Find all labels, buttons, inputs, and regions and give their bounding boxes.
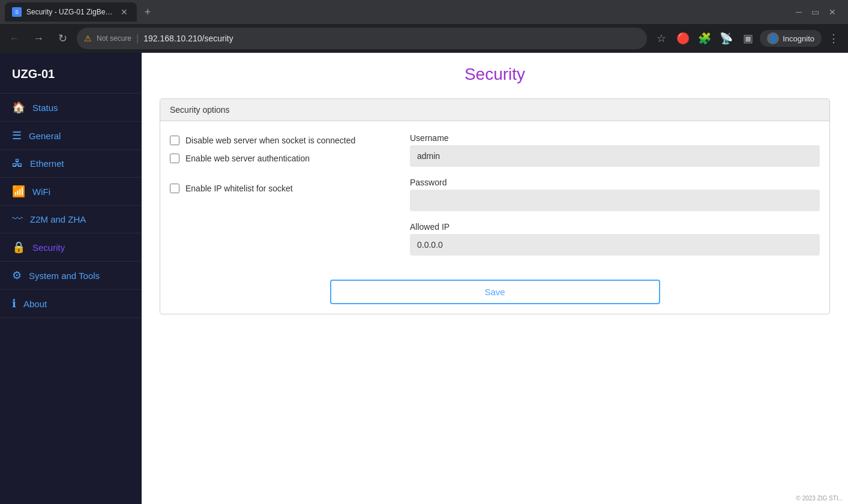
allowed-ip-input[interactable] [410,234,820,256]
panel-header: Security options [160,99,829,121]
sidebar-label-security: Security [32,242,65,253]
toolbar-icons: ☆ 🔴 🧩 📡 ▣ 👤 Incognito ⋮ [652,29,843,48]
info-icon: ℹ [12,297,16,310]
sidebar-item-status[interactable]: 🏠 Status [0,93,142,122]
z2m-icon: 〰 [12,213,23,226]
disable-webserver-label: Disable web server when socket is connec… [185,136,355,145]
tab-bar: S Security - UZG-01 ZigBee Ethern... ✕ +… [0,0,848,24]
app-layout: UZG-01 🏠 Status ☰ General 🖧 Ethernet 📶 W… [0,53,848,504]
cast-icon[interactable]: 📡 [717,29,736,48]
url-separator: | [136,33,139,44]
gear-icon: ⚙ [12,269,22,282]
sidebar-label-system-tools: System and Tools [29,271,100,281]
panel-footer: Save [160,272,829,314]
enable-auth-row: Enable web server authentication [170,154,386,163]
panel-body: Disable web server when socket is connec… [160,121,829,272]
page-title: Security [160,65,830,84]
active-tab[interactable]: S Security - UZG-01 ZigBee Ethern... ✕ [5,2,137,22]
sidebar-item-z2m-zha[interactable]: 〰 Z2M and ZHA [0,206,142,233]
username-field-group: Username [410,133,820,167]
address-bar: ← → ↻ ⚠ Not secure | 192.168.10.210/secu… [0,24,848,53]
sidebar-item-general[interactable]: ☰ General [0,122,142,150]
back-button[interactable]: ← [5,29,24,48]
enable-auth-label: Enable web server authentication [185,154,310,163]
minimize-button[interactable]: ─ [796,7,802,17]
address-field[interactable]: ⚠ Not secure | 192.168.10.210/security [77,28,647,49]
enable-ip-whitelist-checkbox[interactable] [170,184,179,193]
enable-ip-whitelist-label: Enable IP whitelist for socket [185,184,293,193]
sidebar-label-z2m-zha: Z2M and ZHA [30,214,86,224]
sidebar-label-general: General [29,131,61,141]
copyright-text: © 2023 ZIG STI... [796,495,843,502]
home-icon: 🏠 [12,101,25,114]
right-column: Username Password Allowed IP [410,133,820,260]
security-warning-icon: ⚠ [84,34,92,43]
tab-title: Security - UZG-01 ZigBee Ethern... [26,8,114,16]
browser-chrome: S Security - UZG-01 ZigBee Ethern... ✕ +… [0,0,848,53]
sidebar-item-ethernet[interactable]: 🖧 Ethernet [0,150,142,178]
sidebar-label-ethernet: Ethernet [30,158,64,169]
password-input[interactable] [410,190,820,211]
disable-webserver-row: Disable web server when socket is connec… [170,136,386,145]
allowed-ip-field-group: Allowed IP [410,222,820,256]
split-screen-icon[interactable]: ▣ [738,29,757,48]
sidebar-item-security[interactable]: 🔒 Security [0,233,142,262]
close-button[interactable]: ✕ [829,7,836,17]
main-content: Security Security options Disable web se… [142,53,848,504]
username-label: Username [410,133,820,143]
password-field-group: Password [410,178,820,211]
sidebar-item-about[interactable]: ℹ About [0,290,142,318]
disable-webserver-checkbox[interactable] [170,136,179,145]
puzzle-extension-icon[interactable]: 🧩 [695,29,714,48]
enable-auth-checkbox[interactable] [170,154,179,163]
general-icon: ☰ [12,129,22,142]
incognito-avatar-icon: 👤 [767,32,779,44]
security-panel: Security options Disable web server when… [160,98,830,314]
bookmark-star-icon[interactable]: ☆ [652,29,671,48]
allowed-ip-label: Allowed IP [410,222,820,232]
incognito-label: Incognito [783,34,814,43]
wifi-icon: 📶 [12,185,25,198]
tab-close-button[interactable]: ✕ [119,7,130,17]
enable-ip-whitelist-row: Enable IP whitelist for socket [170,184,386,193]
username-input[interactable] [410,145,820,167]
password-label: Password [410,178,820,187]
sidebar-item-wifi[interactable]: 📶 WiFi [0,178,142,206]
lock-icon: 🔒 [12,241,25,254]
sidebar-logo: UZG-01 [0,62,142,93]
incognito-profile-button[interactable]: 👤 Incognito [760,30,822,47]
window-controls: ─ ▭ ✕ [796,7,843,17]
new-tab-button[interactable]: + [139,4,156,20]
save-button[interactable]: Save [330,280,660,304]
sidebar-label-about: About [23,299,47,309]
not-secure-label: Not secure [97,34,131,43]
reload-button[interactable]: ↻ [53,29,72,48]
ethernet-icon: 🖧 [12,157,23,170]
maximize-button[interactable]: ▭ [811,7,819,17]
forward-button[interactable]: → [29,29,48,48]
left-column: Disable web server when socket is connec… [170,133,386,260]
url-display: 192.168.10.210/security [143,34,233,43]
fire-extension-icon[interactable]: 🔴 [673,29,693,48]
menu-dots-icon[interactable]: ⋮ [824,29,843,48]
sidebar: UZG-01 🏠 Status ☰ General 🖧 Ethernet 📶 W… [0,53,142,504]
tab-favicon: S [12,7,22,17]
sidebar-label-status: Status [32,103,58,113]
sidebar-item-system-tools[interactable]: ⚙ System and Tools [0,262,142,290]
sidebar-label-wifi: WiFi [32,187,50,197]
